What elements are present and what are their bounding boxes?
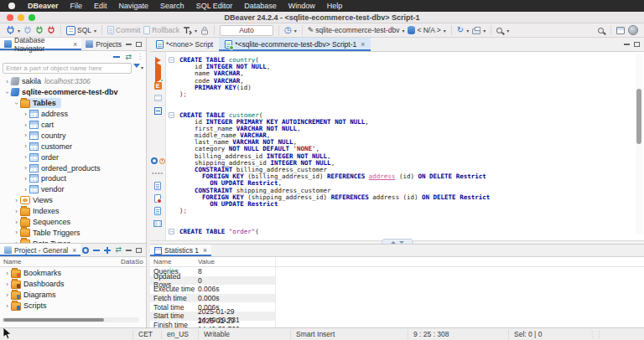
- editor-settings-button[interactable]: [150, 157, 165, 165]
- code-line[interactable]: [168, 214, 634, 221]
- minimize-panel-icon[interactable]: [126, 44, 132, 45]
- tree-item-sakila[interactable]: ›sakilalocalhost:3306: [0, 76, 146, 87]
- quick-search-button[interactable]: [596, 24, 607, 37]
- tree-item-bookmarks[interactable]: ›Bookmarks: [0, 268, 146, 279]
- tab-database-navigator[interactable]: Database Navigator ×: [0, 38, 81, 50]
- status-caret-position[interactable]: 9 : 25 : 308: [408, 330, 508, 339]
- menu-database[interactable]: Database: [238, 0, 283, 12]
- scrollbar-thumb[interactable]: [3, 318, 104, 322]
- new-connection-button[interactable]: ▾: [4, 24, 22, 37]
- close-icon[interactable]: ×: [203, 246, 207, 255]
- menu-file[interactable]: File: [65, 0, 89, 12]
- open-perspective-button[interactable]: [615, 24, 626, 37]
- expand-arrow-icon[interactable]: ›: [22, 131, 29, 139]
- datasource-selector[interactable]: ✎ sqlite-ecommerce-test-dbv ▾: [306, 24, 407, 37]
- gear-icon[interactable]: [82, 247, 89, 254]
- execute-script-button[interactable]: [150, 69, 165, 77]
- tree-item-customer[interactable]: ›customer: [0, 141, 146, 152]
- print-button[interactable]: ▾: [470, 24, 487, 37]
- filter-funnel-button[interactable]: ▾: [133, 64, 143, 71]
- fold-collapse-icon[interactable]: −: [169, 112, 174, 118]
- link-with-editor-icon[interactable]: ⇄: [115, 246, 122, 254]
- view-menu-icon[interactable]: ⋮: [137, 54, 143, 60]
- rollback-button[interactable]: Rollback: [142, 24, 181, 37]
- stat-row-finish-time[interactable]: Finish time2025-01-29 14:49:39.760: [150, 321, 275, 327]
- menu-window[interactable]: Window: [283, 0, 321, 12]
- minimize-panel-icon[interactable]: [126, 250, 132, 251]
- column-value[interactable]: Value: [198, 258, 275, 265]
- invalidate-connection-button[interactable]: [45, 24, 57, 37]
- expand-arrow-icon[interactable]: ›: [3, 291, 11, 299]
- expand-arrow-icon[interactable]: ›: [22, 121, 29, 129]
- menu-search[interactable]: Search: [154, 0, 190, 12]
- collapse-all-icon[interactable]: [113, 56, 120, 58]
- stat-row-execute-time[interactable]: Execute time0.006s: [150, 285, 275, 294]
- tree-item-tables[interactable]: ›Tables: [0, 98, 146, 109]
- menu-edit[interactable]: Edit: [88, 0, 113, 12]
- scrollbar-thumb[interactable]: [636, 89, 641, 144]
- menu-help[interactable]: Help: [321, 0, 349, 12]
- tree-item-indexes[interactable]: ›Indexes: [0, 206, 146, 217]
- maximize-panel-icon[interactable]: [634, 42, 640, 47]
- tree-item-product[interactable]: ›product: [0, 173, 146, 184]
- maximize-panel-icon[interactable]: [136, 248, 142, 253]
- user-profile-button[interactable]: [626, 24, 640, 37]
- table-reference-link[interactable]: address: [369, 173, 396, 180]
- transaction-log-button[interactable]: ◷ ▾: [283, 24, 299, 37]
- apple-menu-icon[interactable]: [8, 3, 15, 9]
- code-line[interactable]: ON UPDATE Restrict: [168, 201, 634, 208]
- status-insert-mode[interactable]: Smart Insert: [290, 330, 408, 339]
- fold-collapse-icon[interactable]: −: [169, 57, 174, 63]
- refresh-button[interactable]: ↻ ▾: [455, 24, 470, 37]
- column-datasource[interactable]: DataSo: [121, 258, 146, 265]
- collapse-arrow-icon[interactable]: ›: [13, 100, 20, 107]
- status-timezone[interactable]: CET: [132, 330, 161, 339]
- sql-code-area[interactable]: −CREATE TABLE country( id INTEGER NOT NU…: [168, 57, 634, 240]
- disconnect-button[interactable]: [22, 24, 34, 37]
- tree-item-order[interactable]: ›order: [0, 152, 146, 162]
- tab-script-none[interactable]: *<none> Script: [150, 38, 219, 51]
- fetch-result-button[interactable]: [150, 94, 165, 102]
- expand-arrow-icon[interactable]: ›: [22, 142, 29, 150]
- expand-arrow-icon[interactable]: ›: [22, 164, 29, 172]
- tree-item-views[interactable]: ›Views: [0, 195, 146, 206]
- tree-item-table-triggers[interactable]: ›Table Triggers: [0, 227, 146, 238]
- tab-script-1[interactable]: *<sqlite-ecommerce-test-dbv> Script-1 ×: [219, 38, 371, 51]
- tab-statistics-1[interactable]: Statistics 1 ×: [150, 245, 211, 256]
- menu-navigate[interactable]: Navigate: [113, 0, 155, 12]
- menu-dbeaver[interactable]: DBeaver: [22, 0, 65, 12]
- expand-arrow-icon[interactable]: ›: [3, 270, 11, 277]
- expand-arrow-icon[interactable]: ›: [13, 197, 20, 204]
- vertical-scrollbar[interactable]: [636, 54, 643, 234]
- close-icon[interactable]: ×: [72, 246, 76, 255]
- compare-button[interactable]: [150, 219, 165, 228]
- schema-selector[interactable]: < N/A > ▾: [406, 24, 447, 37]
- object-filter-input[interactable]: [3, 63, 132, 74]
- column-name[interactable]: Name: [0, 258, 121, 265]
- status-writable[interactable]: Writable: [198, 330, 290, 339]
- expand-all-icon[interactable]: [104, 247, 111, 254]
- drag-dots-handle[interactable]: ••••: [150, 169, 165, 178]
- code-line[interactable]: [168, 98, 634, 105]
- tree-item-sequences[interactable]: ›Sequences: [0, 217, 146, 228]
- link-with-editor-icon[interactable]: ⇄: [125, 54, 132, 61]
- commit-button[interactable]: Commit: [106, 24, 142, 37]
- maximize-panel-icon[interactable]: [136, 42, 142, 47]
- commit-mode-combo[interactable]: Auto: [220, 25, 273, 36]
- code-line[interactable]: );: [168, 208, 634, 214]
- horizontal-scrollbar[interactable]: [2, 317, 139, 322]
- status-locale[interactable]: en_US: [161, 330, 198, 339]
- tab-project-general[interactable]: Project - General ×: [0, 244, 80, 256]
- expand-arrow-icon[interactable]: ›: [22, 175, 29, 183]
- transaction-mode-button[interactable]: ▾: [181, 24, 199, 37]
- expand-arrow-icon[interactable]: ›: [3, 281, 11, 288]
- stat-row-updated-rows[interactable]: Updated Rows0: [150, 276, 275, 286]
- collapse-all-icon[interactable]: [93, 250, 100, 251]
- tree-item-cart[interactable]: ›cart: [0, 120, 146, 131]
- expand-arrow-icon[interactable]: ›: [22, 153, 29, 161]
- tree-item-diagrams[interactable]: ›Diagrams: [0, 290, 146, 301]
- expand-arrow-icon[interactable]: ›: [22, 186, 29, 193]
- transaction-lock-button[interactable]: [199, 24, 210, 37]
- tree-item-country[interactable]: ›country: [0, 130, 146, 141]
- fold-collapse-icon[interactable]: −: [169, 229, 174, 234]
